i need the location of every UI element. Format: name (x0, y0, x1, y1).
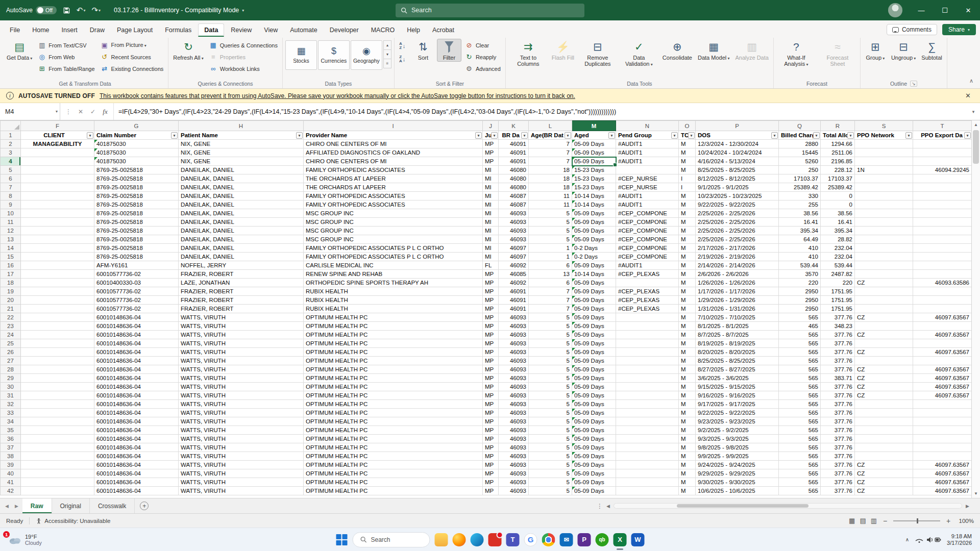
cell-T35[interactable] (913, 426, 972, 435)
cell-N41[interactable] (616, 478, 679, 487)
share-button[interactable]: Share ▾ (942, 24, 976, 35)
cell-G8[interactable]: 8769-25-0025818 (94, 192, 179, 201)
cell-L23[interactable]: 5 (529, 322, 572, 331)
cell-R35[interactable]: 377.76 (821, 426, 855, 435)
start-button[interactable] (336, 534, 348, 546)
cell-F37[interactable] (21, 443, 94, 452)
cell-L18[interactable]: 6 (529, 279, 572, 287)
cell-N12[interactable]: #CEP_COMPONE (616, 227, 679, 235)
cell-T26[interactable]: 46097.63567 (913, 348, 972, 357)
cell-O30[interactable]: M (679, 383, 696, 391)
vertical-scrollbar[interactable]: ▲ ▼ (971, 120, 980, 498)
cell-P31[interactable]: 9/16/2025 - 9/16/2025 (696, 391, 779, 400)
cell-P8[interactable]: 10/23/2025 - 10/23/2025 (696, 192, 779, 201)
cell-G22[interactable]: 60010148636-04 (94, 313, 179, 322)
recent-sources-button[interactable]: ↺Recent Sources (99, 52, 166, 62)
cell-J14[interactable]: MI (483, 244, 499, 253)
cell-F20[interactable] (21, 296, 94, 305)
cell-R36[interactable]: 377.76 (821, 435, 855, 443)
cell-Q32[interactable]: 565 (779, 400, 821, 409)
filter-dropdown-button[interactable]: ▾ (608, 132, 615, 139)
cell-L12[interactable]: 5 (529, 227, 572, 235)
cell-N3[interactable]: #AUDIT1 (616, 148, 679, 157)
header-cell-patient-name[interactable]: Patient Name▾ (179, 131, 304, 140)
cell-N37[interactable] (616, 443, 679, 452)
cell-F41[interactable] (21, 478, 94, 487)
cell-L33[interactable]: 5 (529, 409, 572, 417)
cell-S28[interactable]: CZ (855, 365, 913, 374)
taskbar-icon-purple-app[interactable]: P (578, 533, 591, 546)
cell-P26[interactable]: 8/20/2025 - 8/20/2025 (696, 348, 779, 357)
cell-O19[interactable]: M (679, 287, 696, 296)
cell-H30[interactable]: WATTS, VIRUTH (179, 383, 304, 391)
cell-P38[interactable]: 9/9/2025 - 9/9/2025 (696, 452, 779, 461)
cell-F7[interactable] (21, 183, 94, 192)
cell-M32[interactable]: 05-09 Days (572, 400, 616, 409)
filter-dropdown-button[interactable]: ▾ (905, 132, 912, 139)
cell-I14[interactable]: FAMILY ORTHOPEDIC ASSOCIATES P L C ORTHO (304, 244, 483, 253)
cell-M3[interactable]: 05-09 Days (572, 148, 616, 157)
cell-K10[interactable]: 46093 (499, 209, 529, 218)
cell-P4[interactable]: 4/16/2024 - 5/13/2024 (696, 157, 779, 166)
cell-L16[interactable]: 6 (529, 261, 572, 270)
header-cell-billed-charge[interactable]: Billed Charge▾ (779, 131, 821, 140)
currencies-card[interactable]: $Currencies (318, 40, 350, 70)
cell-F31[interactable] (21, 391, 94, 400)
cell-I38[interactable]: OPTIMUM HEALTH PC (304, 452, 483, 461)
cell-G5[interactable]: 8769-25-0025818 (94, 166, 179, 174)
cell-P24[interactable]: 8/7/2025 - 8/7/2025 (696, 331, 779, 339)
cell-Q31[interactable]: 565 (779, 391, 821, 400)
row-header-6[interactable]: 6 (1, 174, 21, 183)
cell-G41[interactable]: 60010148636-04 (94, 478, 179, 487)
cell-F34[interactable] (21, 417, 94, 426)
cell-K36[interactable]: 46093 (499, 435, 529, 443)
taskbar-icon-google[interactable]: G (524, 533, 537, 546)
cell-J38[interactable]: MP (483, 452, 499, 461)
cell-N24[interactable] (616, 331, 679, 339)
menu-tab-file[interactable]: File (4, 23, 26, 37)
row-header-41[interactable]: 41 (1, 478, 21, 487)
cell-M13[interactable]: 05-09 Days (572, 235, 616, 244)
cell-G23[interactable]: 60010148636-04 (94, 322, 179, 331)
sort-a-to-z-button[interactable]: AZ↓ (397, 40, 409, 52)
scroll-up-button[interactable]: ▲ (972, 120, 980, 129)
cell-O39[interactable]: M (679, 461, 696, 469)
cell-T22[interactable]: 46097.63567 (913, 313, 972, 322)
cell-K32[interactable]: 46093 (499, 400, 529, 409)
cell-G19[interactable]: 60010577736-02 (94, 287, 179, 296)
menu-tab-home[interactable]: Home (27, 23, 55, 37)
cell-J15[interactable]: MI (483, 253, 499, 261)
cell-O41[interactable]: M (679, 478, 696, 487)
cell-P3[interactable]: 10/24/2024 - 10/24/2024 (696, 148, 779, 157)
cell-S25[interactable] (855, 339, 913, 348)
cell-I9[interactable]: FAMILY ORTHOPEDIC ASSOCIATES (304, 201, 483, 209)
filter-dropdown-button[interactable]: ▾ (87, 132, 93, 139)
cell-Q17[interactable]: 3570 (779, 270, 821, 279)
cell-M5[interactable]: 15-23 Days (572, 166, 616, 174)
cell-O23[interactable]: M (679, 322, 696, 331)
cell-H17[interactable]: FRAZIER, ROBERT (179, 270, 304, 279)
cell-I5[interactable]: FAMILY ORTHOPEDIC ASSOCIATES (304, 166, 483, 174)
cell-J28[interactable]: MP (483, 365, 499, 374)
cell-R42[interactable]: 377.76 (821, 487, 855, 495)
horizontal-scrollbar[interactable]: ⋮ ◀ ▶ (597, 503, 977, 510)
cell-G9[interactable]: 8769-25-0025818 (94, 201, 179, 209)
row-header-31[interactable]: 31 (1, 391, 21, 400)
cell-M14[interactable]: 0-2 Days (572, 244, 616, 253)
subtotal-button[interactable]: ∑Subtotal (919, 39, 944, 62)
cell-K27[interactable]: 46093 (499, 357, 529, 365)
document-title[interactable]: 03.17.26 - BillInventory - Compatibility… (114, 7, 244, 14)
cell-H24[interactable]: WATTS, VIRUTH (179, 331, 304, 339)
cell-J33[interactable]: MP (483, 409, 499, 417)
filter-dropdown-button[interactable]: ▾ (671, 132, 678, 139)
cell-J5[interactable]: MI (483, 166, 499, 174)
cell-P21[interactable]: 1/31/2026 - 1/31/2026 (696, 305, 779, 313)
cell-H42[interactable]: WATTS, VIRUTH (179, 487, 304, 495)
sheet-nav-right-button[interactable]: ▶ (13, 504, 20, 509)
cell-O28[interactable]: M (679, 365, 696, 374)
cell-O35[interactable]: M (679, 426, 696, 435)
cell-L22[interactable]: 5 (529, 313, 572, 322)
autosave-control[interactable]: AutoSave Off (6, 6, 57, 14)
cell-L10[interactable]: 5 (529, 209, 572, 218)
header-cell-ppo-export-da[interactable]: PPO Export Da▾ (913, 131, 972, 140)
